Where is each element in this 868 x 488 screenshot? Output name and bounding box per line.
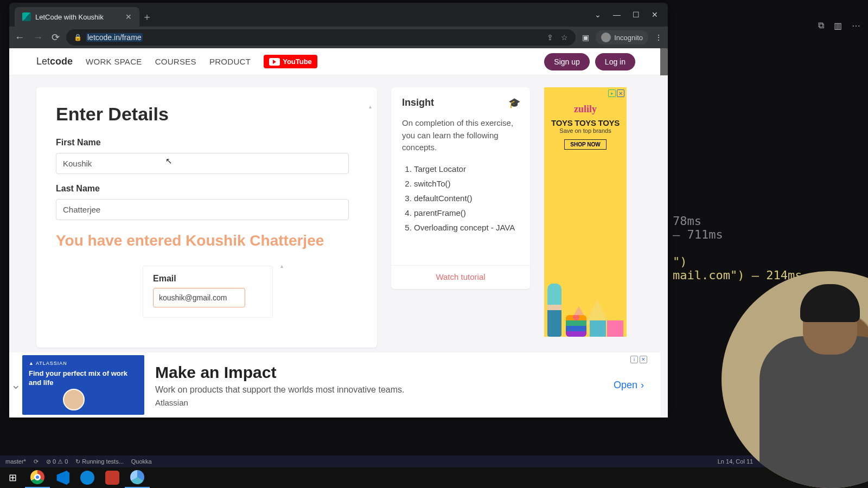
kebab-menu-icon[interactable]: ⋮: [655, 33, 662, 42]
site-nav: Letcode WORK SPACE COURSES PRODUCT YouTu…: [9, 48, 668, 75]
back-icon[interactable]: ←: [15, 32, 24, 43]
reload-icon[interactable]: ⟳: [52, 31, 60, 43]
ad-close-icon[interactable]: ✕: [617, 89, 624, 97]
tab-favicon: [22, 12, 31, 21]
bottom-banner-ad[interactable]: i ✕ ⌄ ▲ ATLASSIAN Find your perfect mix …: [9, 352, 660, 418]
insight-desc: On completion of this exercise, you can …: [402, 117, 519, 154]
cursor-pos[interactable]: Ln 14, Col 11: [718, 458, 753, 465]
test-status[interactable]: ↻ Running tests...: [75, 458, 124, 465]
taskbar-chromium[interactable]: [125, 467, 150, 488]
nav-workspace[interactable]: WORK SPACE: [86, 57, 142, 66]
incognito-icon: [601, 33, 611, 42]
more-icon[interactable]: ⋯: [852, 21, 860, 31]
start-button[interactable]: ⊞: [0, 467, 25, 488]
inner-email-frame: ▴ Email: [143, 266, 273, 318]
lock-icon: 🔒: [74, 34, 82, 41]
ad-image: ▲ ATLASSIAN Find your perfect mix of wor…: [22, 355, 144, 415]
ad-subhead: Save on top brands: [547, 127, 623, 134]
quokka-status[interactable]: Quokka: [131, 458, 152, 465]
frame-scroll-indicator[interactable]: ▴: [369, 104, 372, 110]
git-branch[interactable]: master*: [5, 458, 26, 465]
taskbar-camtasia[interactable]: [100, 467, 125, 488]
sync-icon[interactable]: ⟳: [34, 458, 39, 465]
minimize-icon[interactable]: —: [613, 10, 621, 19]
sidebar-ad[interactable]: ▸✕ zulily TOYS TOYS TOYS Save on top bra…: [544, 87, 627, 337]
browser-tab[interactable]: LetCode with Koushik ✕: [15, 7, 139, 27]
extensions-icon[interactable]: ▣: [582, 33, 589, 42]
ad-sub: Work on products that support the worlds…: [155, 385, 603, 395]
ad-headline: TOYS TOYS TOYS: [547, 118, 623, 127]
close-tab-icon[interactable]: ✕: [125, 12, 132, 21]
first-name-label: First Name: [56, 138, 358, 147]
vscode-status-bar: master* ⟳ ⊘ 0 ⚠ 0 ↻ Running tests... Quo…: [0, 455, 868, 467]
ad-marks: i ✕: [630, 356, 647, 363]
nav-product[interactable]: PRODUCT: [209, 57, 251, 66]
new-tab-button[interactable]: ＋: [139, 7, 155, 27]
last-name-label: Last Name: [56, 184, 358, 194]
forward-icon[interactable]: →: [33, 32, 43, 43]
chrome-window: LetCode with Koushik ✕ ＋ ⌄ — ☐ ✕ ← → ⟳ 🔒…: [9, 3, 668, 418]
insight-item: defaultContent(): [414, 191, 519, 206]
ad-cta[interactable]: SHOP NOW: [564, 139, 606, 150]
email-label: Email: [153, 274, 263, 284]
insight-item: Target Locator: [414, 162, 519, 176]
maximize-icon[interactable]: ☐: [633, 10, 640, 19]
share-icon[interactable]: ⇪: [547, 33, 553, 42]
adinfo-icon[interactable]: i: [630, 356, 638, 363]
graduation-cap-icon: 🎓: [508, 97, 520, 109]
login-button[interactable]: Log in: [595, 53, 635, 70]
insight-item: parentFrame(): [414, 206, 519, 220]
ad-company: Atlassian: [155, 398, 603, 407]
watch-tutorial-link[interactable]: Watch tutorial: [391, 265, 530, 281]
nav-courses[interactable]: COURSES: [155, 57, 196, 66]
taskbar-chrome[interactable]: [25, 467, 50, 488]
ad-open-button[interactable]: Open ›: [614, 380, 660, 391]
adclose-icon[interactable]: ✕: [640, 356, 647, 363]
card-heading: Enter Details: [56, 104, 358, 125]
ide-top-right-icons: ⧉ ▥ ⋯: [818, 21, 860, 31]
star-icon[interactable]: ☆: [561, 33, 568, 42]
insight-item: Overloading concept - JAVA: [414, 220, 519, 235]
inner-scroll-indicator[interactable]: ▴: [280, 263, 283, 269]
email-input[interactable]: [153, 288, 245, 307]
browser-tabstrip: LetCode with Koushik ✕ ＋ ⌄ — ☐ ✕: [9, 3, 668, 27]
mouse-cursor: ↖: [165, 156, 173, 166]
enter-details-card: ▴ Enter Details First Name Last Name You…: [36, 87, 377, 348]
insight-card: Insight 🎓 On completion of this exercise…: [391, 87, 530, 289]
tab-title: LetCode with Koushik: [35, 13, 104, 21]
youtube-button[interactable]: YouTube: [264, 55, 317, 68]
adchoices-icon[interactable]: ▸: [608, 89, 616, 97]
last-name-input[interactable]: [56, 199, 349, 220]
close-window-icon[interactable]: ✕: [652, 10, 658, 19]
first-name-input[interactable]: [56, 153, 349, 174]
taskbar-vscode[interactable]: [50, 467, 75, 488]
insight-list: Target Locator switchTo() defaultContent…: [414, 162, 519, 235]
insight-title: Insight: [402, 97, 519, 108]
incognito-badge[interactable]: Incognito: [596, 30, 648, 44]
youtube-icon: [269, 58, 280, 66]
windows-taskbar: ⊞: [0, 467, 868, 488]
ad-headline: Make an Impact: [155, 363, 603, 382]
ad-toy-image: [544, 261, 627, 337]
address-bar: ← → ⟳ 🔒 letcode.in/frame ⇪ ☆ ▣ Incognito…: [9, 27, 668, 48]
signup-button[interactable]: Sign up: [544, 53, 589, 70]
url-text: letcode.in/frame: [86, 33, 143, 42]
url-input[interactable]: 🔒 letcode.in/frame ⇪ ☆: [66, 29, 576, 46]
site-logo[interactable]: Letcode: [36, 56, 73, 67]
chevron-down-icon[interactable]: ⌄: [595, 10, 601, 19]
layout-icon[interactable]: ▥: [834, 21, 842, 31]
insight-item: switchTo(): [414, 176, 519, 191]
collapse-ad-icon[interactable]: ⌄: [9, 378, 22, 392]
split-icon[interactable]: ⧉: [818, 21, 824, 31]
problems[interactable]: ⊘ 0 ⚠ 0: [46, 458, 68, 465]
window-controls: ⌄ — ☐ ✕: [585, 3, 668, 27]
chevron-right-icon: ›: [641, 380, 644, 391]
entered-result: You have entered Koushik Chatterjee: [56, 232, 358, 249]
ad-brand: zulily: [547, 104, 623, 115]
taskbar-app-blue[interactable]: [75, 467, 100, 488]
page-viewport: Letcode WORK SPACE COURSES PRODUCT YouTu…: [9, 48, 668, 418]
